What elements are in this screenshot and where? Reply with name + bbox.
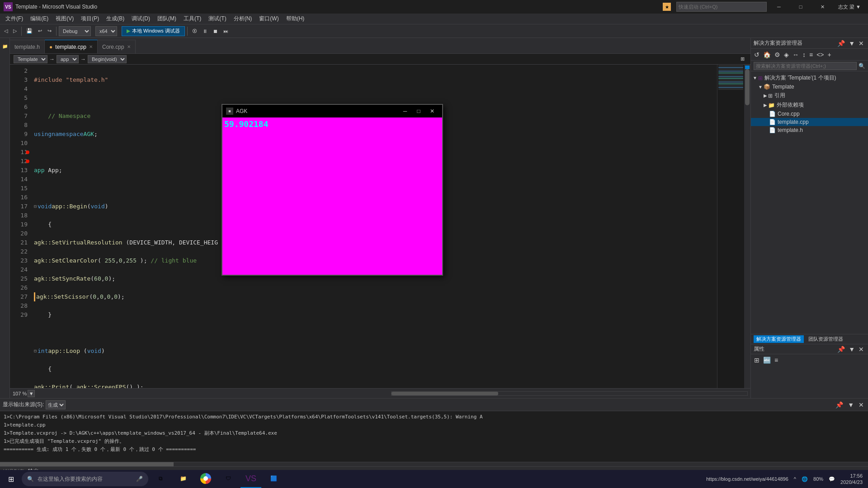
se-expand-button[interactable]: ↔	[791, 51, 800, 58]
redo-button[interactable]: ↪	[45, 26, 54, 37]
agk-maximize-button[interactable]: □	[412, 106, 425, 116]
maximize-button[interactable]: □	[790, 0, 811, 14]
tab-modified-indicator: ●	[49, 44, 52, 50]
prop-properties-icon[interactable]: ≡	[773, 357, 779, 364]
output-pin-button[interactable]: 📌	[834, 401, 844, 408]
prop-categorized-icon[interactable]: ⊞	[753, 357, 761, 364]
output-dropdown-button[interactable]: ▼	[846, 401, 855, 408]
se-home-button[interactable]: 🏠	[762, 51, 772, 58]
network-icon[interactable]: 🌐	[800, 476, 810, 482]
se-pin-button[interactable]: 📌	[836, 40, 846, 47]
tab-template-cpp[interactable]: ● template.cpp ✕	[45, 40, 98, 53]
agk-window-controls: ─ □ ✕	[399, 106, 439, 116]
se-preview-button[interactable]: ◈	[783, 51, 790, 58]
close-button[interactable]: ✕	[812, 0, 833, 14]
output-hscrollbar-thumb[interactable]	[0, 462, 174, 466]
toolbar-btn-debug2[interactable]: ⏸	[200, 26, 210, 37]
undo-button[interactable]: ↩	[36, 26, 44, 37]
tab-close-button[interactable]: ✕	[127, 44, 131, 49]
se-code-button[interactable]: <>	[815, 51, 825, 58]
prop-dropdown-button[interactable]: ▼	[847, 346, 856, 353]
tray-icon-1[interactable]: ^	[792, 476, 798, 482]
expand-editor-button[interactable]: ⊞	[738, 54, 747, 65]
taskbar-vs[interactable]: VS	[241, 470, 261, 488]
menu-project[interactable]: 项目(P)	[77, 14, 103, 24]
minimize-button[interactable]: ─	[769, 0, 789, 14]
output-close-button[interactable]: ✕	[857, 401, 865, 408]
toolbar-btn-debug3[interactable]: ⏹	[211, 26, 220, 37]
tab-core-cpp[interactable]: Core.cpp ✕	[98, 40, 136, 53]
scrollbar-thumb[interactable]	[745, 69, 750, 105]
back-button[interactable]: ◁	[2, 26, 10, 37]
menu-file[interactable]: 文件(F)	[2, 14, 27, 24]
toolbar-btn-debug4[interactable]: ⏭	[221, 26, 231, 37]
zoom-dropdown[interactable]: ▼	[28, 390, 35, 397]
tree-item-template-h[interactable]: 📄 template.h	[751, 126, 868, 134]
tree-project[interactable]: ▼ 📦 Template	[751, 83, 868, 91]
editor-scrollbar[interactable]	[744, 65, 750, 388]
namespace-selector[interactable]: Template	[14, 55, 47, 63]
prop-pin-button[interactable]: 📌	[836, 346, 846, 353]
tree-item-refs[interactable]: ▶ ⊞ 引用	[751, 91, 868, 100]
menu-view[interactable]: 视图(V)	[52, 14, 77, 24]
platform-select[interactable]: x64 x86	[95, 26, 117, 36]
agk-close-button[interactable]: ✕	[426, 106, 439, 116]
start-button[interactable]: ⊞	[2, 470, 20, 488]
method-selector[interactable]: Begin(void)	[88, 55, 127, 63]
menu-analyze[interactable]: 分析(N)	[230, 14, 256, 24]
notification-icon[interactable]: 💬	[827, 476, 837, 482]
se-sync-button[interactable]: ↺	[753, 51, 761, 58]
se-addfile-button[interactable]: +	[826, 51, 833, 58]
prop-buttons: 📌 ▼ ✕	[836, 346, 865, 353]
line-num-6: 6	[10, 103, 28, 112]
se-props-button[interactable]: ≡	[808, 51, 814, 58]
se-tab-team[interactable]: 团队资源管理器	[806, 335, 846, 343]
tab-close-button[interactable]: ✕	[89, 44, 93, 49]
se-search-input[interactable]	[754, 62, 857, 70]
taskbar-task-view[interactable]: ⧉	[150, 470, 171, 488]
function-selector[interactable]: app	[57, 55, 79, 63]
se-collapse-button[interactable]: ↕	[801, 51, 807, 58]
se-tab-solution[interactable]: 解决方案资源管理器	[754, 335, 804, 343]
run-button[interactable]: ▶ 本地 Windows 调试器	[122, 26, 185, 36]
menu-build[interactable]: 生成(B)	[103, 14, 128, 24]
se-filter-button[interactable]: ⚙	[773, 51, 782, 58]
forward-button[interactable]: ▷	[11, 26, 19, 37]
solution-explorer-icon[interactable]: 📁	[2, 43, 7, 49]
save-all-button[interactable]: 💾	[24, 26, 35, 37]
tree-item-extdeps[interactable]: ▶ 📁 外部依赖项	[751, 100, 868, 110]
se-close-button[interactable]: ✕	[857, 40, 865, 47]
debug-config-select[interactable]: Debug Release	[59, 26, 91, 36]
menu-tools[interactable]: 工具(T)	[180, 14, 205, 24]
taskbar-app-7[interactable]: 🟦	[263, 470, 284, 488]
taskbar-search-box[interactable]: 🔍 在这里输入你要搜索的内容 🎤	[22, 472, 148, 486]
prop-alphabetical-icon[interactable]: 🔤	[762, 357, 772, 364]
toolbar-btn-debug1[interactable]: ⦿	[190, 26, 199, 37]
prop-close-button[interactable]: ✕	[857, 346, 865, 353]
menu-team[interactable]: 团队(M)	[154, 14, 180, 24]
se-search-icon[interactable]: 🔍	[859, 63, 865, 69]
menu-help[interactable]: 帮助(H)	[283, 14, 308, 24]
tree-item-template-cpp[interactable]: 📄 template.cpp	[751, 118, 868, 126]
website-link[interactable]: https://blog.csdn.net/weiya/44614896	[706, 476, 788, 482]
code-line-17: ⊟int app::Loop (void)	[34, 347, 713, 356]
tree-solution[interactable]: ▼ ⊞ 解决方案 'Template'(1 个项目)	[751, 73, 868, 83]
agk-preview-window[interactable]: ■ AGK ─ □ ✕ 59.902184	[222, 104, 443, 276]
menu-window[interactable]: 窗口(W)	[255, 14, 282, 24]
tab-template-h[interactable]: template.h	[10, 40, 45, 53]
quick-launch-input[interactable]	[676, 2, 767, 12]
tree-item-core-cpp[interactable]: 📄 Core.cpp	[751, 110, 868, 118]
line-numbers: 2 3 4 5 6 7 8 9 10 11 12 13 14 15 16 17	[10, 65, 30, 388]
menu-test[interactable]: 测试(T)	[205, 14, 230, 24]
h-scrollbar-thumb[interactable]	[392, 392, 498, 395]
taskbar-file-explorer[interactable]: 📁	[173, 470, 193, 488]
agk-minimize-button[interactable]: ─	[399, 106, 411, 116]
menu-debug[interactable]: 调试(D)	[128, 14, 154, 24]
menu-edit[interactable]: 编辑(E)	[27, 14, 52, 24]
output-source-select[interactable]: 生成	[46, 400, 66, 409]
taskbar-chrome[interactable]	[195, 470, 216, 488]
output-hscrollbar[interactable]	[0, 462, 868, 466]
horizontal-scrollbar[interactable]	[391, 391, 748, 396]
se-dropdown-button[interactable]: ▼	[847, 40, 856, 47]
taskbar-app-5[interactable]: 🛡	[218, 470, 239, 488]
